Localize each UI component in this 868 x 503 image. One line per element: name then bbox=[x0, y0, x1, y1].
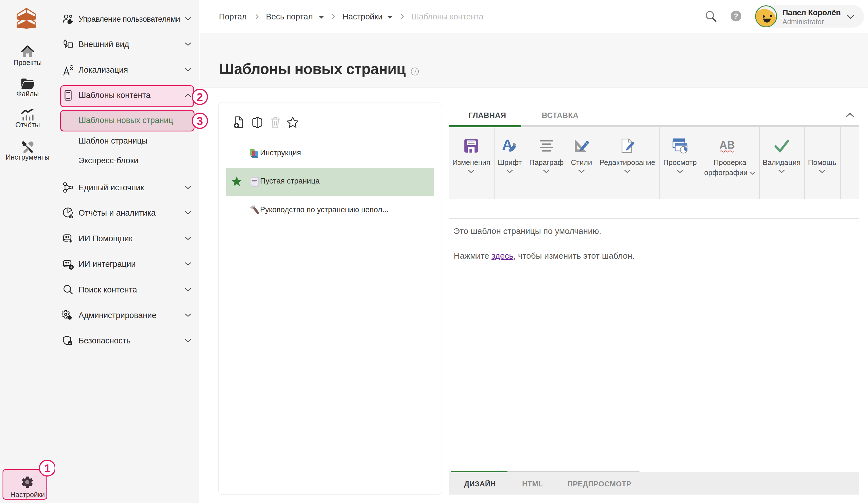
svg-text:АВ: АВ bbox=[720, 140, 735, 151]
